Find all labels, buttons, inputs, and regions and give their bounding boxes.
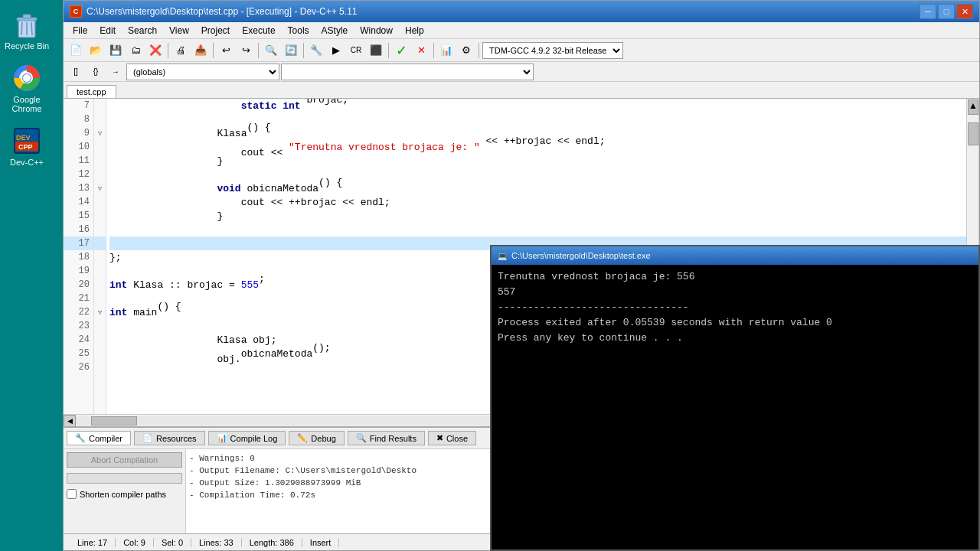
shorten-paths-checkbox[interactable] xyxy=(67,489,77,499)
status-line: Line: 17 xyxy=(70,538,116,547)
ln-16: 16 xyxy=(64,223,93,236)
tb-settings[interactable]: ⚙ xyxy=(457,41,475,60)
ln-8: 8 xyxy=(64,112,93,126)
tb-print[interactable]: 🖨 xyxy=(172,41,190,60)
tb-close[interactable]: ❌ xyxy=(146,41,165,60)
tab-testcpp[interactable]: test.cpp xyxy=(67,85,116,98)
sep4 xyxy=(303,43,304,58)
ln-25: 25 xyxy=(64,347,93,360)
close-button[interactable]: ✕ xyxy=(956,4,973,19)
menu-search[interactable]: Search xyxy=(122,24,163,37)
menu-project[interactable]: Project xyxy=(195,24,236,37)
svg-point-9 xyxy=(23,74,31,82)
scroll-up-btn[interactable]: ▲ xyxy=(968,99,978,115)
menu-window[interactable]: Window xyxy=(354,24,399,37)
menu-view[interactable]: View xyxy=(163,24,195,37)
tb-compile-run[interactable]: CR xyxy=(347,41,365,60)
toolbar-row1: 📄 📂 💾 🗂 ❌ 🖨 📥 ↩ ↪ 🔍 🔄 🔧 ▶ CR ⬛ ✓ ✕ 📊 ⚙ xyxy=(64,39,979,62)
tb-debug[interactable]: ✓ xyxy=(392,41,410,60)
code-line-7: static int brojac; xyxy=(109,99,978,112)
function-select[interactable] xyxy=(281,64,534,80)
ln-17: 17 xyxy=(64,236,93,250)
tb-jump[interactable]: → xyxy=(106,63,125,81)
app-icon: C xyxy=(70,5,82,18)
tab-resources[interactable]: 📄 Resources xyxy=(134,431,205,445)
scroll-thumb[interactable] xyxy=(968,122,978,145)
console-window: 💻 C:\Users\mistergold\Desktop\test.exe T… xyxy=(490,245,980,551)
menu-file[interactable]: File xyxy=(67,24,93,37)
ln-20: 20 xyxy=(64,278,93,292)
tb-member[interactable]: {} xyxy=(87,63,105,81)
tb-stop[interactable]: ⬛ xyxy=(367,41,385,60)
tab-find-results[interactable]: 🔍 Find Results xyxy=(348,431,425,445)
tb-compile[interactable]: 🔧 xyxy=(307,41,325,60)
menu-edit[interactable]: Edit xyxy=(93,24,122,37)
tab-debug[interactable]: ✏️ Debug xyxy=(289,431,344,445)
console-icon: 💻 xyxy=(498,252,507,260)
desktop-icons-panel: Recycle Bin Google Chrome xyxy=(0,0,58,170)
ln-15: 15 xyxy=(64,209,93,223)
sep7 xyxy=(479,43,479,58)
abort-area: Abort Compilation Shorten compiler paths xyxy=(64,449,186,533)
code-line-10: cout << "Trenutna vrednost brojaca je: "… xyxy=(109,140,978,154)
abort-button[interactable]: Abort Compilation xyxy=(67,452,182,468)
tb-run[interactable]: ▶ xyxy=(327,41,345,60)
sep3 xyxy=(258,43,259,58)
status-length: Length: 386 xyxy=(242,538,302,547)
tab-compile-log[interactable]: 📊 Compile Log xyxy=(208,431,286,445)
ln-10: 10 xyxy=(64,140,93,154)
tb-replace[interactable]: 🔄 xyxy=(282,41,300,60)
tb-save[interactable]: 💾 xyxy=(106,41,125,60)
tb-open[interactable]: 📂 xyxy=(87,41,105,60)
ln-21: 21 xyxy=(64,292,93,305)
ln-13: 13 xyxy=(64,181,93,195)
recycle-bin-image xyxy=(11,9,42,40)
title-bar: C C:\Users\mistergold\Desktop\test.cpp -… xyxy=(64,1,979,22)
tb-redo[interactable]: ↪ xyxy=(237,41,255,60)
tb-undo[interactable]: ↩ xyxy=(217,41,235,60)
tab-bar: test.cpp xyxy=(64,82,979,99)
recycle-bin-icon[interactable]: Recycle Bin xyxy=(0,6,54,54)
menu-astyle[interactable]: AStyle xyxy=(315,24,354,37)
menu-execute[interactable]: Execute xyxy=(236,24,281,37)
minimize-button[interactable]: ─ xyxy=(920,4,936,19)
shorten-paths-row: Shorten compiler paths xyxy=(67,489,182,499)
tb-import[interactable]: 📥 xyxy=(191,41,210,60)
svg-line-5 xyxy=(31,22,32,35)
toolbar-row2: [] {} → (globals) xyxy=(64,62,979,82)
tab-close[interactable]: ✖ Close xyxy=(428,431,476,445)
console-line-1: Trenutna vrednost brojaca je: 556 xyxy=(498,269,972,285)
desktop: Recycle Bin Google Chrome xyxy=(0,0,980,551)
tb-chart[interactable]: 📊 xyxy=(437,41,456,60)
tb-class[interactable]: [] xyxy=(67,63,85,81)
devcpp-desktop-icon[interactable]: DEV CPP Dev-C++ xyxy=(0,122,54,170)
svg-text:CPP: CPP xyxy=(18,143,33,151)
compiler-select[interactable]: TDM-GCC 4.9.2 32-bit Release xyxy=(482,42,623,59)
console-title-text: C:\Users\mistergold\Desktop\test.exe xyxy=(511,251,651,260)
tb-new[interactable]: 📄 xyxy=(67,41,85,60)
ln-22: 22 xyxy=(64,305,93,319)
console-line-6: Press any key to continue . . . xyxy=(498,331,972,346)
progress-bar xyxy=(67,473,182,484)
sep2 xyxy=(213,43,214,58)
google-chrome-icon[interactable]: Google Chrome xyxy=(0,60,54,116)
tb-debug-stop[interactable]: ✕ xyxy=(412,41,430,60)
tb-find[interactable]: 🔍 xyxy=(262,41,280,60)
menu-help[interactable]: Help xyxy=(399,24,430,37)
globals-select[interactable]: (globals) xyxy=(126,64,279,80)
svg-text:DEV: DEV xyxy=(16,134,31,142)
menu-bar: File Edit Search View Project Execute To… xyxy=(64,22,979,39)
devcpp-image: DEV CPP xyxy=(11,126,42,156)
title-controls: ─ □ ✕ xyxy=(920,4,973,19)
line-numbers: 7 8 9 10 11 12 13 14 15 16 17 18 19 20 xyxy=(64,99,94,414)
ln-18: 18 xyxy=(64,250,93,264)
maximize-button[interactable]: □ xyxy=(938,4,955,19)
tab-compiler[interactable]: 🔧 Compiler xyxy=(67,431,131,445)
console-line-2: 557 xyxy=(498,285,972,300)
code-line-14: cout << ++brojac << endl; xyxy=(109,195,978,209)
hscroll-thumb[interactable] xyxy=(91,416,137,425)
tb-save-all[interactable]: 🗂 xyxy=(126,41,145,60)
menu-tools[interactable]: Tools xyxy=(282,24,315,37)
scroll-left-btn[interactable]: ◀ xyxy=(64,415,76,427)
ln-14: 14 xyxy=(64,195,93,209)
